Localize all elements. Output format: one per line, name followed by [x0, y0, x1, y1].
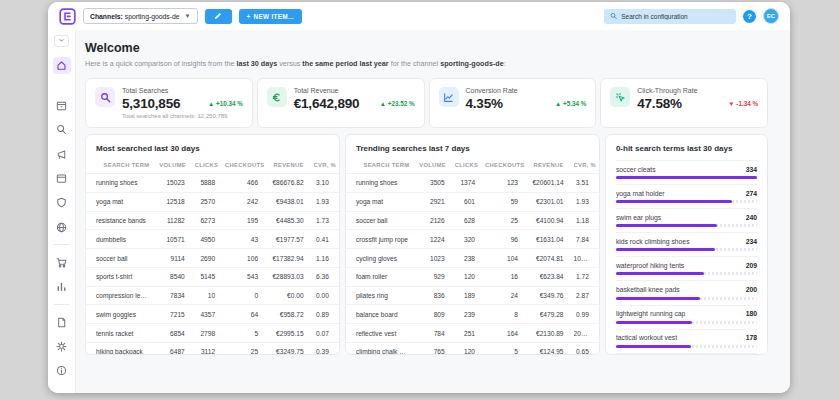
list-item: tactical workout vest 178: [616, 329, 757, 353]
column-header: SEARCH TERM: [86, 160, 159, 174]
cell-search-term: cycling gloves: [346, 249, 419, 268]
sidebar-item-cart[interactable]: [53, 254, 71, 271]
cell-clicks: 5145: [195, 267, 225, 286]
help-button[interactable]: ?: [743, 10, 756, 23]
cell-cvr: 0.07: [314, 324, 339, 343]
list-item: waterproof hiking tents 209: [616, 256, 757, 280]
avatar[interactable]: EC: [763, 8, 779, 24]
cell-clicks: 5888: [195, 174, 225, 193]
zero-hit-term: swim ear plugs: [616, 214, 661, 221]
kpi-value: 47.58%: [637, 96, 682, 111]
kpi-row: Total Searches 5,310,856 ▲ +10.34 % Tota…: [85, 78, 768, 128]
cell-volume: 836: [419, 286, 454, 305]
zero-hit-count: 234: [746, 238, 757, 245]
cell-volume: 11282: [159, 211, 194, 230]
sidebar-item-analytics[interactable]: [53, 278, 71, 295]
cell-search-term: reflective vest: [346, 324, 419, 343]
bar-fill: [616, 321, 692, 324]
cell-clicks: 4950: [195, 230, 225, 249]
table-row: soccer ball 9114 2690 106 €17382.94 1.16: [86, 249, 339, 268]
cell-cvr: 0.39: [314, 343, 339, 355]
cell-volume: 12518: [159, 192, 194, 211]
kpi-card-click-through-rate: Click-Through Rate 47.58% ▼ -1.34 %: [600, 78, 768, 128]
table-row: dumbbells 10571 4950 43 €1977.57 0.41: [86, 230, 339, 249]
arrow-up-icon: ▲: [555, 100, 561, 107]
cell-search-term: climbing chalk bag: [346, 343, 419, 355]
sidebar-item-catalog[interactable]: [53, 97, 71, 114]
cell-volume: 7215: [159, 305, 194, 324]
new-item-button[interactable]: + NEW ITEM...: [239, 9, 303, 24]
table-row: yoga mat 12518 2570 242 €9438.01 1.93: [86, 192, 339, 211]
cell-checkouts: 164: [485, 324, 528, 343]
cell-cvr: 20.91: [574, 324, 599, 343]
search-icon: [610, 12, 617, 20]
bar-fill: [616, 200, 732, 203]
cell-checkouts: 16: [485, 267, 528, 286]
table-row: sports t-shirt 8540 5145 543 €28893.03 6…: [86, 267, 339, 286]
list-item: lightweight running cap 180: [616, 305, 757, 329]
cell-revenue: €479.28: [528, 305, 574, 324]
kpi-footnote: Total searches all channels: 12,250,789: [122, 113, 243, 119]
panel-title: Trending searches last 7 days: [346, 135, 599, 160]
sidebar-item-info[interactable]: [53, 362, 71, 379]
cell-volume: 809: [419, 305, 454, 324]
sidebar-item-search-insights[interactable]: [53, 121, 71, 138]
cell-checkouts: 5: [225, 324, 268, 343]
sidebar-item-settings[interactable]: [53, 338, 71, 355]
cell-checkouts: 59: [485, 192, 528, 211]
sidebar-item-security[interactable]: [53, 194, 71, 211]
channel-selector[interactable]: Channels: sporting-goods-de ▼: [83, 8, 198, 24]
table-row: climbing chalk bag 765 120 5 €124.95 0.6…: [346, 343, 599, 355]
cell-revenue: €2995.15: [268, 324, 314, 343]
bar-fill: [616, 248, 715, 251]
sidebar-item-home[interactable]: [53, 57, 71, 74]
channel-label: Channels: sporting-goods-de: [90, 13, 180, 20]
cell-volume: 2921: [419, 192, 454, 211]
package-icon: [55, 99, 68, 112]
cell-search-term: soccer ball: [346, 211, 419, 230]
sidebar-collapse-button[interactable]: [54, 35, 69, 47]
cell-search-term: resistance bands: [86, 211, 159, 230]
column-header: CLICKS: [195, 160, 225, 174]
cell-volume: 15023: [159, 174, 194, 193]
column-header: VOLUME: [159, 160, 194, 174]
configuration-search[interactable]: [604, 9, 736, 24]
sidebar-item-pages[interactable]: [53, 170, 71, 187]
cell-clicks: 120: [455, 267, 485, 286]
search-input[interactable]: [621, 13, 730, 20]
cell-revenue: €2301.01: [528, 192, 574, 211]
sidebar-item-campaigns[interactable]: [53, 146, 71, 163]
cell-checkouts: 242: [225, 192, 268, 211]
cell-revenue: €1631.04: [528, 230, 574, 249]
top-bar: Channels: sporting-goods-de ▼ + NEW ITEM…: [48, 2, 790, 30]
table-row: running shoes 15023 5888 466 €86676.82 3…: [86, 174, 339, 193]
list-item: basketball knee pads 200: [616, 280, 757, 304]
cell-volume: 10571: [159, 230, 194, 249]
cell-clicks: 251: [455, 324, 485, 343]
zero-hit-count: 209: [746, 262, 757, 269]
cell-volume: 6487: [159, 343, 194, 355]
cell-revenue: €4100.94: [528, 211, 574, 230]
sidebar-item-localization[interactable]: [53, 219, 71, 236]
cell-search-term: dumbbells: [86, 230, 159, 249]
kpi-delta: ▲ +10.34 %: [204, 100, 243, 107]
cell-volume: 1224: [419, 230, 454, 249]
table-row: hiking backpack 6487 3112 25 €3249.75 0.…: [86, 343, 339, 355]
table-row: reflective vest 784 251 164 €2130.89 20.…: [346, 324, 599, 343]
sidebar-item-reports[interactable]: [53, 314, 71, 331]
cell-checkouts: 104: [485, 249, 528, 268]
chevron-down-icon: ▼: [185, 13, 191, 19]
cell-volume: 8540: [159, 267, 194, 286]
zero-hit-count: 180: [746, 310, 757, 317]
zero-hit-term: waterproof hiking tents: [616, 262, 684, 269]
cell-revenue: €3249.75: [268, 343, 314, 355]
list-item: yoga mat holder 274: [616, 184, 757, 208]
zero-hit-term: basketball knee pads: [616, 286, 680, 293]
cell-clicks: 238: [455, 249, 485, 268]
column-header: REVENUE: [528, 160, 574, 174]
panels-row: Most searched last 30 days SEARCH TERMVO…: [85, 134, 768, 355]
column-header: CHECKOUTS: [485, 160, 528, 174]
cell-volume: 6854: [159, 324, 194, 343]
edit-channel-button[interactable]: [205, 9, 232, 24]
cell-search-term: tennis racket: [86, 324, 159, 343]
